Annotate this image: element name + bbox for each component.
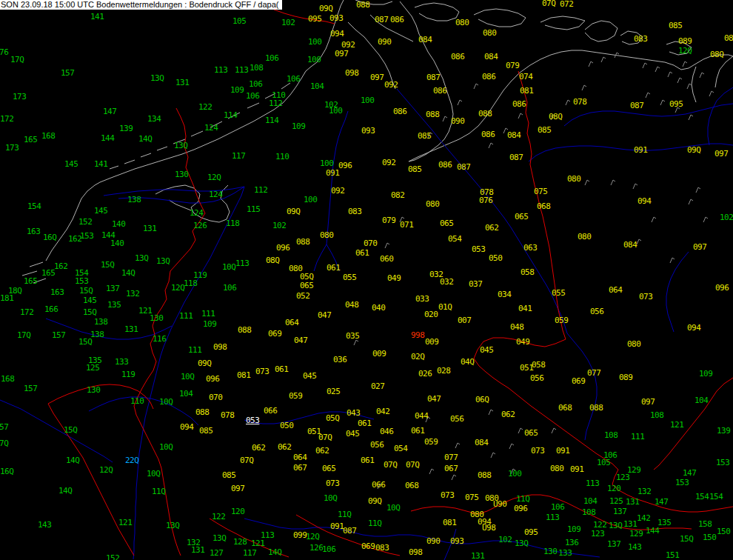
station-pressure-value: 100 [361, 97, 374, 104]
station-pressure-value: 147 [655, 499, 668, 506]
station-pressure-value: 07Q [384, 461, 397, 469]
station-pressure-value: 104 [583, 498, 597, 505]
station-pressure-value: 100 [508, 470, 521, 478]
title-bar: SON 23.09.18 15:00 UTC Bodenwettermeldun… [0, 0, 282, 10]
coastline [191, 131, 203, 136]
station-pressure-value: 065 [515, 213, 528, 221]
station-pressure-value: 087 [630, 102, 643, 110]
station-pressure-value: 073 [441, 492, 454, 499]
station-pressure-value: 10Q [147, 470, 160, 478]
river [529, 144, 733, 161]
station-pressure-value: 098 [409, 549, 422, 556]
station-pressure-value: 11Q [152, 488, 165, 496]
station-pressure-value: 033 [415, 296, 429, 303]
station-pressure-value: 086 [451, 53, 464, 61]
coastline [409, 50, 733, 161]
station-pressure-value: U90 [493, 501, 506, 508]
station-pressure-value: U98 [482, 524, 495, 532]
station-pressure-value: 129 [629, 530, 643, 538]
station-pressure-value: 10Q [159, 444, 173, 451]
station-pressure-value: 102 [720, 214, 733, 221]
station-pressure-value: 045 [303, 373, 316, 380]
station-pressure-value: 157 [24, 385, 37, 393]
station-pressure-value: 080 [426, 201, 439, 208]
station-pressure-value: 063 [523, 244, 537, 252]
station-pressure-value: 153 [75, 278, 88, 285]
station-pressure-value: 134 [147, 116, 161, 123]
station-pressure-value: 052 [296, 293, 309, 300]
station-symbol-icon [670, 258, 675, 263]
station-pressure-value: 085 [222, 472, 235, 479]
station-pressure-value: 09Q [287, 208, 300, 216]
station-symbol-icon [683, 61, 687, 67]
station-pressure-value: 081 [237, 372, 250, 379]
station-pressure-value: 126 [193, 222, 207, 230]
station-pressure-value: 116 [153, 336, 166, 343]
country-border [474, 338, 733, 512]
station-pressure-value: 111 [179, 313, 193, 320]
country-border [48, 404, 134, 556]
station-pressure-value: 141 [90, 13, 104, 21]
station-pressure-value: 117 [243, 550, 256, 557]
station-pressure-value: 041 [518, 305, 532, 313]
station-pressure-value: 135 [107, 301, 121, 309]
station-pressure-value: 17Q [0, 440, 8, 447]
station-pressure-value: 027 [371, 383, 384, 390]
station-pressure-value: 065 [322, 465, 335, 473]
station-pressure-value: 075 [534, 188, 547, 196]
station-pressure-value: 11Q [368, 520, 381, 527]
station-symbol-icon [455, 443, 460, 448]
weather-map: 14110517617Q15711311310813Q1311091731221… [0, 0, 733, 560]
station-pressure-value: 089 [619, 374, 632, 381]
station-pressure-value: 130 [543, 548, 557, 556]
station-pressure-value: 10Q [159, 399, 173, 406]
station-pressure-value: 084 [507, 132, 521, 139]
station-pressure-value: 139 [717, 427, 730, 435]
station-pressure-value: 118 [226, 220, 239, 227]
station-pressure-value: 117 [232, 153, 245, 160]
station-pressure-value: 144 [646, 527, 659, 535]
station-symbol-icon [668, 72, 672, 77]
station-pressure-value: 131 [626, 499, 639, 506]
station-pressure-value: 102 [498, 536, 512, 544]
coastline [30, 262, 43, 267]
station-symbol-icon [601, 57, 606, 62]
river [708, 87, 733, 145]
coastline [692, 67, 696, 102]
station-pressure-value: 094 [180, 424, 193, 431]
station-pressure-value: 097 [231, 485, 244, 493]
station-pressure-value: 097 [693, 244, 706, 251]
station-pressure-value: 09Q [368, 498, 381, 505]
station-pressure-value: 10Q [222, 264, 235, 271]
station-pressure-value: 083 [375, 544, 389, 552]
station-pressure-value: 061 [411, 427, 424, 435]
station-pressure-value: 139 [119, 125, 133, 133]
station-pressure-value: 080 [567, 176, 580, 183]
coastline [540, 16, 585, 30]
station-pressure-value: 069 [572, 378, 585, 385]
station-pressure-value: 10Q [386, 504, 400, 512]
station-pressure-value: 098 [345, 70, 358, 77]
station-pressure-value: 053 [472, 246, 485, 253]
station-pressure-value: 080 [483, 30, 496, 37]
station-pressure-value: 095 [669, 101, 683, 108]
station-symbol-icon [429, 469, 434, 474]
station-pressure-value: 145 [94, 207, 107, 215]
station-pressure-value: 138 [127, 196, 141, 204]
station-pressure-value: 153 [716, 459, 729, 467]
station-pressure-value: 084 [623, 241, 637, 249]
station-pressure-value: 050 [489, 255, 502, 262]
station-pressure-value: 020 [424, 311, 438, 319]
station-pressure-value: 110 [275, 153, 289, 161]
river [567, 333, 597, 440]
station-pressure-value: 061 [275, 366, 288, 373]
station-pressure-value: 061 [361, 457, 374, 464]
station-pressure-value: 100 [308, 39, 321, 46]
station-pressure-value: 14Q [58, 487, 72, 495]
station-pressure-value: 130 [175, 171, 188, 179]
coastline [22, 271, 37, 276]
station-pressure-value: 16Q [43, 234, 56, 241]
station-pressure-value: 10Q [324, 495, 337, 502]
station-pressure-value: 157 [0, 424, 8, 431]
station-pressure-value: 085 [418, 133, 431, 140]
